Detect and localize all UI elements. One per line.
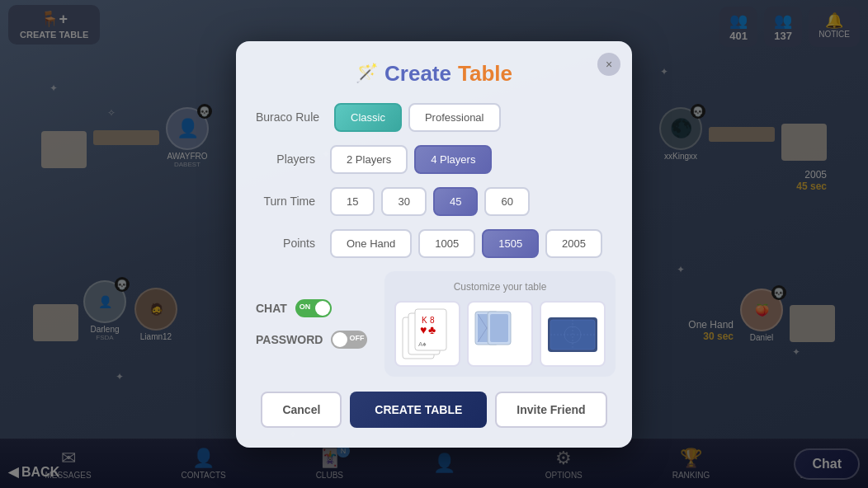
rule-professional-button[interactable]: Professional: [408, 103, 501, 132]
modal-footer: Cancel CREATE TABLE Invite Friend: [256, 392, 612, 428]
close-modal-button[interactable]: ×: [597, 53, 620, 76]
players-4-button[interactable]: 4 Players: [414, 145, 492, 174]
cards-svg: K ♥ 8 ♣ A♠: [399, 305, 456, 363]
players-2-button[interactable]: 2 Players: [330, 145, 408, 174]
chat-toggle[interactable]: ON: [295, 299, 332, 317]
customize-table-felt[interactable]: [540, 301, 606, 367]
points-1505-button[interactable]: 1505: [482, 229, 539, 258]
create-table-modal: × 🪄 Create Table Buraco Rule Classic Pro…: [236, 41, 632, 448]
password-toggle-wrapper: OFF: [331, 331, 367, 349]
chat-toggle-wrapper: ON: [295, 299, 332, 317]
players-options: 2 Players 4 Players: [330, 145, 492, 174]
points-row: Points One Hand 1005 1505 2005: [256, 229, 612, 258]
invite-friend-button[interactable]: Invite Friend: [495, 392, 606, 428]
buraco-rule-options: Classic Professional: [334, 103, 500, 132]
turn-time-options: 15 30 45 60: [330, 187, 530, 216]
turn-time-row: Turn Time 15 30 45 60: [256, 187, 612, 216]
players-label: Players: [256, 152, 322, 166]
password-label: PASSWORD: [256, 333, 323, 346]
customize-cards[interactable]: K ♥ 8 ♣ A♠: [394, 301, 460, 367]
time-45-button[interactable]: 45: [433, 187, 478, 216]
customize-title: Customize your table: [394, 281, 606, 293]
title-table: Table: [458, 61, 512, 87]
password-off-text: OFF: [349, 334, 364, 342]
players-row: Players 2 Players 4 Players: [256, 145, 612, 174]
wand-icon: 🪄: [356, 63, 378, 84]
time-15-button[interactable]: 15: [330, 187, 375, 216]
points-2005-button[interactable]: 2005: [545, 229, 602, 258]
modal-title: 🪄 Create Table: [256, 61, 612, 87]
points-onehand-button[interactable]: One Hand: [330, 229, 412, 258]
points-label: Points: [256, 237, 322, 250]
buraco-rule-label: Buraco Rule: [256, 110, 326, 124]
svg-rect-13: [490, 314, 508, 342]
password-toggle[interactable]: OFF: [331, 331, 367, 349]
turn-time-label: Turn Time: [256, 195, 322, 208]
svg-text:♥: ♥: [420, 323, 427, 336]
chat-toggle-row: CHAT ON: [256, 299, 371, 317]
points-options: One Hand 1005 1505 2005: [330, 229, 602, 258]
time-60-button[interactable]: 60: [484, 187, 529, 216]
points-1005-button[interactable]: 1005: [418, 229, 475, 258]
password-toggle-row: PASSWORD OFF: [256, 331, 371, 349]
time-30-button[interactable]: 30: [381, 187, 426, 216]
customize-section: Customize your table K ♥ 8 ♣: [384, 271, 616, 377]
rule-classic-button[interactable]: Classic: [334, 103, 402, 132]
card-back-svg: [471, 305, 529, 363]
cancel-button[interactable]: Cancel: [261, 392, 342, 428]
table-felt-svg: [544, 305, 601, 363]
customize-items: K ♥ 8 ♣ A♠: [394, 301, 606, 367]
chat-on-text: ON: [300, 303, 311, 311]
svg-text:A♠: A♠: [418, 340, 427, 348]
close-icon: ×: [606, 58, 612, 71]
svg-text:♣: ♣: [428, 323, 436, 336]
customize-card-back[interactable]: [467, 301, 533, 367]
modal-bottom: CHAT ON PASSWORD OFF: [256, 271, 612, 377]
create-table-footer-button[interactable]: CREATE TABLE: [350, 392, 487, 428]
buraco-rule-row: Buraco Rule Classic Professional: [256, 103, 612, 132]
chat-label: CHAT: [256, 302, 287, 315]
modal-overlay: × 🪄 Create Table Buraco Rule Classic Pro…: [0, 0, 868, 488]
chat-password-section: CHAT ON PASSWORD OFF: [256, 271, 371, 377]
title-create: Create: [384, 61, 451, 87]
